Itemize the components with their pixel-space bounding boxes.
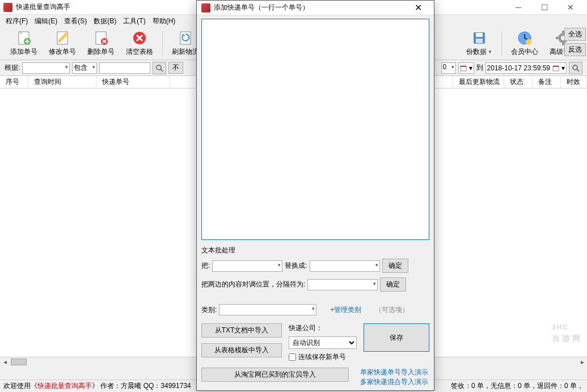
date-to-picker[interactable]: 2018-10-17 23:59:59 ▾ — [485, 62, 567, 74]
save-button[interactable]: 保存 — [364, 323, 429, 352]
toolbar-label: 修改单号 — [49, 47, 76, 57]
text-batch-label: 文本批处理 — [201, 246, 429, 255]
toolbar-label: 删除单号 — [87, 47, 115, 57]
toolbar-label: 刷新物流 — [172, 47, 199, 57]
search-icon — [572, 64, 580, 72]
clock-user-icon — [517, 30, 533, 46]
filter-text-input[interactable] — [99, 62, 150, 74]
replace-from-combo[interactable] — [212, 260, 282, 272]
svg-rect-16 — [556, 37, 559, 39]
keep-saving-checkbox[interactable]: 连续保存新单号 — [289, 352, 357, 362]
menu-view[interactable]: 查看(S) — [61, 15, 90, 27]
delimiter-combo[interactable] — [307, 279, 378, 290]
invert-selection-button[interactable]: 反选 — [564, 43, 586, 56]
calendar-icon — [460, 65, 467, 71]
sheet-plus-icon — [16, 30, 32, 46]
dialog-icon — [201, 3, 210, 12]
contain-combo[interactable]: 包含 — [72, 62, 97, 74]
app-icon — [3, 3, 12, 12]
app-title: 快递批量查询高手 — [16, 2, 70, 12]
demo-multi-link[interactable]: 多家快递混合导入演示 — [360, 377, 428, 387]
col-status[interactable]: 状态 — [504, 76, 533, 88]
sheet-pencil-icon — [54, 30, 70, 46]
tracking-numbers-textarea[interactable] — [201, 19, 429, 240]
to-label: 到 — [476, 63, 483, 73]
svg-point-18 — [157, 65, 161, 70]
search-button[interactable] — [153, 62, 166, 74]
status-welcome: 欢迎使用《快递批量查询高手》 作者：方晨曦 QQ：34991734 — [3, 381, 191, 391]
col-index[interactable]: 序号 — [0, 76, 28, 88]
replace-from-label: 把: — [201, 261, 210, 271]
not-button[interactable]: 不 — [168, 62, 183, 74]
calendar-icon — [552, 65, 559, 71]
replace-to-label: 替换成: — [285, 261, 307, 271]
import-txt-button[interactable]: 从TXT文档中导入 — [201, 323, 282, 338]
menu-edit[interactable]: 编辑(E) — [31, 15, 61, 27]
manage-category-link[interactable]: +管理类别 — [330, 305, 361, 315]
member-center-button[interactable]: 会员中心 — [505, 29, 544, 58]
demo-single-link[interactable]: 单家快递单号导入演示 — [360, 368, 428, 377]
swap-ok-button[interactable]: 确定 — [380, 277, 406, 292]
separator — [501, 31, 502, 56]
watermark: 3HC当游网 — [552, 315, 582, 344]
sheet-delete-icon — [93, 30, 109, 46]
svg-rect-20 — [461, 66, 466, 67]
maximize-button[interactable]: ☐ — [531, 0, 558, 15]
close-button[interactable]: ✕ — [558, 0, 584, 15]
clear-icon — [132, 30, 147, 46]
status-counts: 签收：0 单，无信息：0 单，退回件：0 单， — [451, 381, 584, 391]
keep-saving-input[interactable] — [289, 353, 296, 361]
toolbar-label: 添加单号 — [10, 47, 37, 57]
dialog-close-button[interactable]: ✕ — [407, 2, 429, 13]
dialog-title-bar: 添加快递单号（一行一个单号） ✕ — [197, 1, 434, 15]
import-sheet-button[interactable]: 从表格模板中导入 — [201, 343, 282, 357]
toolbar-label: 份数据 — [466, 47, 487, 57]
menu-help[interactable]: 帮助(H) — [149, 15, 179, 27]
svg-rect-8 — [476, 33, 483, 37]
col-remark[interactable]: 备注 — [533, 76, 561, 88]
add-tracking-dialog: 添加快递单号（一行一个单号） ✕ 文本批处理 把: 替换成: 确定 把两边的内容… — [196, 0, 434, 391]
replace-to-combo[interactable] — [310, 260, 380, 272]
refresh-icon — [178, 30, 193, 46]
minimize-button[interactable]: ─ — [505, 0, 531, 15]
svg-point-23 — [573, 65, 577, 70]
toolbar-label: 会员中心 — [511, 47, 538, 57]
import-taobao-button[interactable]: 从淘宝网已买到的宝贝导入 — [201, 368, 349, 382]
category-label: 类别: — [201, 305, 217, 315]
optional-label: （可选项） — [375, 305, 409, 315]
basis-label: 根据: — [5, 63, 20, 73]
basis-combo[interactable] — [22, 62, 70, 74]
spin-value[interactable]: 0 — [441, 62, 456, 74]
category-combo[interactable] — [219, 304, 316, 315]
floppy-icon — [471, 30, 487, 46]
col-last-update[interactable]: 最后更新物流 — [453, 76, 504, 88]
search-icon — [155, 64, 163, 72]
menu-tools[interactable]: 工具(T) — [120, 15, 149, 27]
col-timeliness[interactable]: 时效 — [561, 76, 587, 88]
col-tracking-no[interactable]: 快递单号 — [96, 76, 170, 88]
select-all-button[interactable]: 全选 — [564, 28, 586, 41]
svg-rect-9 — [476, 39, 483, 43]
clear-table-button[interactable]: 清空表格 — [120, 29, 159, 58]
svg-rect-22 — [553, 66, 559, 67]
add-tracking-button[interactable]: 添加单号 — [5, 29, 43, 58]
toolbar-label: 清空表格 — [126, 47, 153, 57]
swap-label: 把两边的内容对调位置，分隔符为: — [201, 280, 305, 289]
menu-data[interactable]: 数据(B) — [90, 15, 120, 27]
date-to-value: 2018-10-17 23:59:59 — [487, 64, 550, 72]
courier-company-select[interactable]: 自动识别 — [289, 336, 357, 349]
separator — [162, 31, 163, 56]
menu-program[interactable]: 程序(F) — [2, 15, 31, 27]
date-from-picker[interactable]: ▾ — [458, 62, 474, 74]
dialog-title: 添加快递单号（一行一个单号） — [214, 3, 309, 12]
delete-tracking-button[interactable]: 删除单号 — [82, 29, 120, 58]
backup-data-button[interactable]: 份数据▼ — [461, 29, 498, 58]
svg-point-11 — [526, 39, 531, 45]
edit-tracking-button[interactable]: 修改单号 — [43, 29, 82, 58]
col-query-time[interactable]: 查询时间 — [28, 76, 96, 88]
courier-company-label: 快递公司： — [289, 323, 357, 333]
date-search-button[interactable] — [569, 62, 582, 74]
replace-ok-button[interactable]: 确定 — [382, 259, 408, 273]
